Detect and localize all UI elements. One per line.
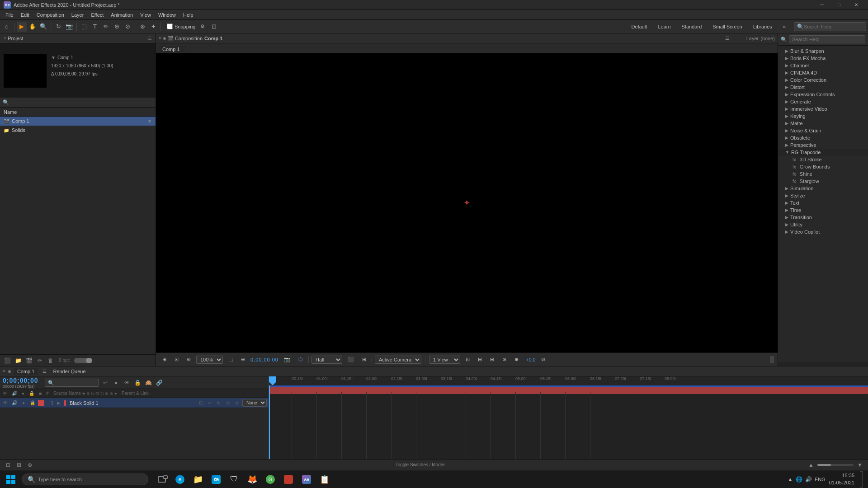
effect-cat-utility[interactable]: ▶ Utility (778, 221, 868, 228)
timeline-zoom-slider[interactable] (817, 464, 854, 466)
layer-1-visibility[interactable]: 👁 (2, 399, 9, 407)
effect-sub-3dstroke[interactable]: fx 3D Stroke (778, 156, 868, 163)
tool-shape[interactable]: ✦ (148, 22, 158, 32)
tl-footer-btn2[interactable]: ⊞ (14, 460, 24, 469)
work-area-bar[interactable] (269, 385, 868, 387)
viewer-mask-btn[interactable]: ⊡ (172, 356, 181, 363)
tool-text[interactable]: T (90, 22, 100, 32)
time-display[interactable]: 0;00;00;00 (3, 377, 38, 384)
current-time-display[interactable]: 0;00;00;00 (250, 357, 278, 362)
menu-edit[interactable]: Edit (17, 11, 33, 19)
tl-comp1-menu[interactable]: ☰ (42, 369, 47, 374)
tl-footer-zoom-out[interactable]: ▲ (807, 460, 816, 469)
effect-cat-obsolete[interactable]: ▶ Obsolete (778, 134, 868, 141)
taskbar-app-taskview[interactable] (154, 471, 170, 488)
tl-lock-btn[interactable]: 🔒 (133, 378, 142, 387)
camera-dropdown[interactable]: Active Camera (375, 356, 421, 364)
show-desktop-btn[interactable] (860, 471, 863, 488)
taskbar-app-firefox[interactable]: 🦊 (244, 471, 260, 488)
layer-1-quality[interactable]: ⊘ (224, 399, 231, 407)
layer-1-expand[interactable]: ▶ (55, 399, 62, 407)
comp-opts2[interactable]: ⊟ (475, 356, 485, 363)
tl-close-icon[interactable]: × (3, 369, 5, 374)
effect-cat-perspective[interactable]: ▶ Perspective (778, 141, 868, 149)
minimize-button[interactable]: ─ (814, 0, 830, 10)
playhead-line[interactable] (269, 385, 270, 459)
effect-cat-blur[interactable]: ▶ Blur & Sharpen (778, 47, 868, 55)
workspace-default[interactable]: Default (627, 23, 652, 30)
timeline-tracks[interactable] (269, 385, 868, 459)
taskbar-app-ae[interactable]: Ae (298, 471, 315, 488)
transparency-btn[interactable]: ⬡ (296, 356, 306, 363)
effect-cat-expression[interactable]: ▶ Expression Controls (778, 91, 868, 98)
workspace-standard[interactable]: Standard (677, 23, 707, 30)
tool-pen[interactable]: ✏ (101, 22, 111, 32)
viewer-snap-btn[interactable]: ⊕ (238, 356, 248, 363)
tl-footer-zoom-in[interactable]: ▼ (855, 460, 864, 469)
effect-cat-immersive[interactable]: ▶ Immersive Video (778, 105, 868, 113)
layer-1-collapse[interactable]: ↩ (206, 399, 213, 407)
snap-icon[interactable]: ⊡ (209, 22, 219, 32)
toolbar-search-input[interactable] (804, 24, 858, 29)
effects-resize-handle[interactable] (778, 362, 868, 366)
effect-cat-distort[interactable]: ▶ Distort (778, 84, 868, 91)
layer-row-1[interactable]: 👁 🔊 ● 🔒 1 ▶ Black Solid 1 ⊡ ↩ fx ⊘ ⊛ (0, 398, 269, 408)
taskbar-search-box[interactable]: 🔍 Type here to search (22, 474, 148, 485)
tool-rectangle[interactable]: ⬚ (79, 22, 89, 32)
timeline-tab-comp1[interactable]: Comp 1 (14, 368, 38, 375)
tool-clone[interactable]: ⊕ (112, 22, 122, 32)
taskbar-clock[interactable]: 15:35 01-05-2021 (829, 472, 854, 486)
viewer-expand-btn[interactable]: ⬚ (226, 356, 236, 363)
project-interpret-btn[interactable]: ⬛ (3, 356, 12, 365)
tool-home[interactable]: ⌂ (2, 22, 12, 32)
project-delete-btn[interactable]: 🗑 (46, 356, 55, 365)
effect-cat-matte[interactable]: ▶ Matte (778, 120, 868, 127)
effect-cat-keying[interactable]: ▶ Keying (778, 113, 868, 120)
tl-shy-btn[interactable]: 🙈 (144, 378, 153, 387)
menu-file[interactable]: File (2, 11, 17, 19)
start-button[interactable] (2, 471, 20, 488)
effect-sub-starglow[interactable]: fx Starglow (778, 178, 868, 185)
project-edit-btn[interactable]: ✏ (35, 356, 44, 365)
taskbar-app-explorer[interactable]: 📁 (190, 471, 206, 488)
effect-sub-growbounds[interactable]: fx Grow Bounds (778, 163, 868, 170)
snapping-checkbox[interactable] (167, 23, 173, 29)
workspace-small-screen[interactable]: Small Screen (708, 23, 746, 30)
layer-1-lock[interactable]: 🔒 (29, 399, 36, 407)
zoom-dropdown[interactable]: 100% 50% 200% Fit (196, 356, 223, 364)
trans-grid-btn[interactable]: ⊞ (359, 356, 369, 363)
tool-puppet[interactable]: ⊛ (137, 22, 147, 32)
project-item-solids[interactable]: 📁 Solids (0, 126, 156, 135)
toolbar-search-area[interactable]: 🔍 (794, 22, 866, 31)
project-comp-btn[interactable]: 🎬 (24, 356, 33, 365)
effect-cat-cinema4d[interactable]: ▶ CINEMA 4D (778, 69, 868, 76)
taskbar-app-store[interactable]: 🛍 (208, 471, 224, 488)
menu-view[interactable]: View (137, 11, 155, 19)
menu-composition[interactable]: Composition (33, 11, 68, 19)
color-depth-toggle[interactable] (74, 358, 92, 363)
project-item-comp1[interactable]: 🎬 Comp 1 ▼ (0, 117, 156, 126)
tool-zoom[interactable]: 🔍 (38, 22, 48, 32)
tray-up-icon[interactable]: ▲ (788, 476, 793, 483)
tl-footer-btn1[interactable]: ⊡ (4, 460, 13, 469)
taskbar-app-misc[interactable]: 📋 (316, 471, 333, 488)
layer-1-shy[interactable]: ⊡ (197, 399, 204, 407)
workspace-more[interactable]: » (778, 23, 790, 30)
effect-cat-stylize[interactable]: ▶ Stylize (778, 192, 868, 199)
tool-eraser[interactable]: ⊘ (123, 22, 132, 32)
effect-sub-shine[interactable]: fx Shine (778, 170, 868, 178)
comp-opts5[interactable]: ⊕ (512, 356, 521, 363)
tl-visibility-btn[interactable]: 👁 (123, 378, 132, 387)
tl-parent-btn[interactable]: ↩ (101, 378, 110, 387)
taskbar-app-game[interactable]: G (262, 471, 278, 488)
composition-viewer[interactable]: ✦ (156, 53, 778, 352)
layer-1-solo[interactable]: ● (20, 399, 27, 407)
project-search-input[interactable] (11, 100, 137, 105)
effect-cat-generate[interactable]: ▶ Generate (778, 98, 868, 105)
maximize-button[interactable]: □ (831, 0, 847, 10)
effect-cat-simulation[interactable]: ▶ Simulation (778, 185, 868, 192)
layer-1-fx[interactable]: fx (215, 399, 222, 407)
close-button[interactable]: ✕ (848, 0, 864, 10)
taskbar-app-app1[interactable]: 🛡 (226, 471, 242, 488)
taskbar-app-edge[interactable]: e (172, 471, 188, 488)
